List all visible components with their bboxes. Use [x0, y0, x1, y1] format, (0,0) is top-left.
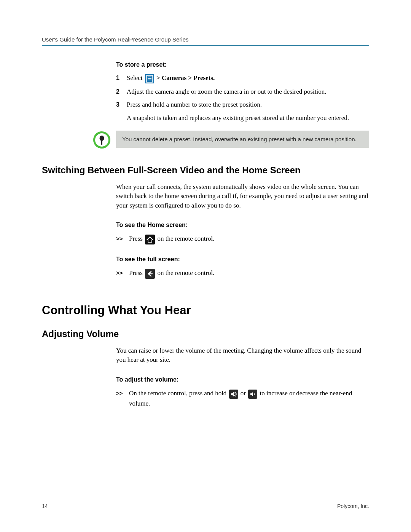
page-number: 14 — [42, 503, 48, 509]
volume-up-icon — [229, 389, 238, 399]
step-1: 1 Select > Cameras > Presets. — [116, 73, 369, 83]
step1-pre: Select — [127, 74, 144, 81]
document-page: User's Guide for the Polycom RealPresenc… — [0, 0, 411, 532]
heading-hear: Controlling What You Hear — [42, 304, 369, 317]
step-number-blank — [116, 113, 127, 123]
back-icon — [145, 268, 155, 279]
row-home: >> Press on the remote control. — [116, 234, 369, 244]
pin-icon — [93, 131, 110, 149]
switching-para: When your call connects, the system auto… — [116, 182, 369, 211]
full-pre: Press — [129, 269, 144, 276]
step-followup: A snapshot is taken and replaces any exi… — [116, 113, 369, 123]
label-home: To see the Home screen: — [116, 222, 369, 228]
followup-text: A snapshot is taken and replaces any exi… — [127, 113, 369, 123]
step-text: Adjust the camera angle or zoom the came… — [127, 87, 369, 97]
row-full-text: Press on the remote control. — [129, 268, 369, 279]
step-text: Press and hold a number to store the pre… — [127, 100, 369, 110]
switching-body: When your call connects, the system auto… — [116, 182, 369, 279]
adjust-pre: On the remote control, press and hold — [129, 390, 228, 397]
row-adjust-text: On the remote control, press and hold or… — [129, 388, 369, 409]
store-preset-section: To store a preset: 1 Select > Cameras > … — [116, 61, 369, 148]
row-adjust: >> On the remote control, press and hold… — [116, 388, 369, 409]
home-post: on the remote control. — [156, 235, 214, 242]
page-header: User's Guide for the Polycom RealPresenc… — [42, 36, 369, 46]
heading-volume: Adjusting Volume — [42, 329, 369, 339]
bullet-mark: >> — [116, 388, 129, 398]
bullet-mark: >> — [116, 268, 129, 278]
note-block: You cannot delete a preset. Instead, ove… — [93, 131, 369, 148]
step-number: 1 — [116, 73, 127, 83]
svg-rect-7 — [145, 235, 155, 244]
store-preset-label: To store a preset: — [116, 61, 369, 68]
heading-switching: Switching Between Full-Screen Video and … — [42, 165, 369, 176]
full-post: on the remote control. — [156, 269, 214, 276]
step1-post: > Cameras > Presets. — [155, 74, 215, 81]
volume-para: You can raise or lower the volume of the… — [116, 346, 369, 365]
volume-body: You can raise or lower the volume of the… — [116, 346, 369, 409]
label-full: To see the full screen: — [116, 256, 369, 263]
adjust-mid: or — [239, 390, 248, 397]
note-text: You cannot delete a preset. Instead, ove… — [116, 131, 369, 148]
menu-icon — [145, 74, 154, 83]
bullet-mark: >> — [116, 234, 129, 243]
home-pre: Press — [129, 235, 144, 242]
home-icon — [145, 234, 155, 244]
step-2: 2 Adjust the camera angle or zoom the ca… — [116, 87, 369, 97]
step-number: 2 — [116, 87, 127, 97]
row-full: >> Press on the remote control. — [116, 268, 369, 279]
volume-down-icon — [248, 389, 257, 399]
footer-company: Polycom, Inc. — [337, 503, 369, 509]
page-footer: 14 Polycom, Inc. — [42, 503, 369, 509]
label-adjust: To adjust the volume: — [116, 376, 369, 383]
row-home-text: Press on the remote control. — [129, 234, 369, 244]
step-number: 3 — [116, 100, 127, 110]
step-text: Select > Cameras > Presets. — [127, 73, 369, 83]
step-3: 3 Press and hold a number to store the p… — [116, 100, 369, 110]
